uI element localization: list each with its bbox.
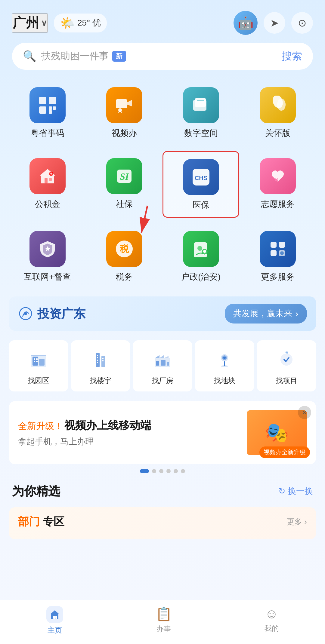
nav-label-profile: 我的 <box>265 624 279 633</box>
search-bar[interactable]: 🔍 扶残助困一件事 新 搜索 <box>12 43 313 70</box>
sub-grid: 找园区 找楼宇 <box>0 336 325 396</box>
location-text: 广州 <box>13 14 39 32</box>
nav-item-tasks[interactable]: 📋 办事 <box>156 606 172 635</box>
sub-icon-find-project <box>274 348 299 372</box>
svg-rect-0 <box>39 97 46 104</box>
svg-rect-4 <box>53 106 56 110</box>
app-icon-more-services <box>260 231 296 267</box>
app-item-video-work[interactable]: 视频办 <box>86 80 162 145</box>
dot-1[interactable] <box>152 469 156 473</box>
sub-item-find-building[interactable]: 找楼宇 <box>71 340 130 391</box>
dot-2[interactable] <box>159 469 163 473</box>
department-section[interactable]: 部门 专区 更多 › <box>9 507 316 539</box>
svg-rect-6 <box>116 99 127 108</box>
promo-close-button[interactable]: × <box>298 406 311 419</box>
department-title: 部门 专区 <box>18 514 64 529</box>
featured-header: 为你精选 ↻ 换一换 <box>0 477 325 502</box>
svg-marker-59 <box>164 356 169 358</box>
weather-badge: 🌤️ 25° 优 <box>54 14 107 32</box>
app-item-digital-space[interactable]: 数字空间 <box>162 80 239 145</box>
app-label-internet-supervise: 互联网+督查 <box>24 271 71 283</box>
promo-banner[interactable]: 全新升级！ 视频办上线移动端 拿起手机，马上办理 🎭 视频办全新升级 × <box>9 401 316 464</box>
app-item-internet-supervise[interactable]: ★ 互联网+督查 <box>9 224 86 289</box>
sub-icon-find-park <box>26 348 51 372</box>
svg-rect-54 <box>102 358 104 359</box>
app-label-care-version: 关怀版 <box>265 127 290 139</box>
promo-subtitle: 拿起手机，马上办理 <box>18 436 247 447</box>
app-item-care-version[interactable]: 关怀版 <box>239 80 316 145</box>
sub-label-find-park: 找园区 <box>28 376 49 385</box>
app-label-medical: 医保 <box>193 199 209 211</box>
app-icon-yue-code <box>29 87 66 123</box>
app-label-volunteer: 志愿服务 <box>261 198 295 210</box>
nav-item-home[interactable]: 主页 <box>46 606 63 635</box>
svg-rect-3 <box>49 106 52 110</box>
svg-rect-43 <box>34 358 35 360</box>
app-icon-volunteer <box>260 158 296 194</box>
promo-image: 🎭 视频办全新升级 <box>247 410 307 455</box>
invest-banner[interactable]: 投资广东 共发展，赢未来 › <box>9 296 316 331</box>
refresh-label: 换一换 <box>288 486 313 497</box>
location-button[interactable]: 广州 ∨ <box>12 14 48 32</box>
promo-upgrade-text: 全新升级！ 视频办上线移动端 <box>18 418 247 433</box>
app-item-medical[interactable]: CHS 医保 <box>162 151 239 218</box>
app-item-housing-fund[interactable]: 公积金 <box>9 151 86 218</box>
svg-text:SI: SI <box>119 171 129 182</box>
dot-4[interactable] <box>174 469 178 473</box>
app-grid-row3: ★ 互联网+督查 税 税务 户政(治安) <box>0 221 325 292</box>
svg-rect-71 <box>55 616 57 619</box>
svg-rect-15 <box>45 178 48 183</box>
svg-rect-42 <box>39 359 45 366</box>
app-item-household[interactable]: 户政(治安) <box>162 224 239 289</box>
app-icon-video-work <box>106 87 142 123</box>
search-text: 扶残助困一件事 新 <box>41 50 277 63</box>
app-item-yue-code[interactable]: 粤省事码 <box>9 80 86 145</box>
invest-cta[interactable]: 共发展，赢未来 › <box>225 304 307 324</box>
app-item-social-security[interactable]: SI 社保 <box>86 151 162 218</box>
search-button[interactable]: 搜索 <box>282 49 302 63</box>
department-more-button[interactable]: 更多 › <box>286 517 307 527</box>
featured-refresh-button[interactable]: ↻ 换一换 <box>278 486 313 497</box>
svg-point-65 <box>223 357 226 359</box>
sub-item-find-land[interactable]: 找地块 <box>195 340 254 391</box>
nav-item-profile[interactable]: ☺ 我的 <box>265 606 279 635</box>
invest-logo-icon <box>18 306 33 321</box>
app-item-volunteer[interactable]: 志愿服务 <box>239 151 316 218</box>
promo-badge: 视频办全新升级 <box>259 446 310 458</box>
sub-icon-find-land <box>212 348 237 372</box>
app-label-household: 户政(治安) <box>181 271 221 283</box>
app-item-tax[interactable]: 税 税务 <box>86 224 162 289</box>
featured-title: 为你精选 <box>12 483 60 499</box>
dot-0[interactable] <box>140 469 149 473</box>
sub-item-find-project[interactable]: 找项目 <box>257 340 316 391</box>
camera-icon-button[interactable]: ⊙ <box>291 12 313 34</box>
svg-rect-51 <box>97 357 98 358</box>
app-label-digital-space: 数字空间 <box>184 127 218 139</box>
svg-point-68 <box>280 354 292 366</box>
location-chevron-icon: ∨ <box>41 18 47 28</box>
app-icon-care-version <box>260 87 296 123</box>
svg-marker-7 <box>127 100 132 106</box>
dot-3[interactable] <box>166 469 171 473</box>
svg-rect-34 <box>279 242 285 248</box>
invest-cta-arrow: › <box>295 308 299 319</box>
svg-rect-62 <box>167 362 169 366</box>
avatar[interactable]: 🤖 <box>234 11 258 35</box>
navigation-icon: ➤ <box>270 17 279 29</box>
app-icon-medical: CHS <box>183 159 219 195</box>
svg-text:税: 税 <box>119 244 129 254</box>
dot-5[interactable] <box>181 469 185 473</box>
navigation-icon-button[interactable]: ➤ <box>264 12 285 34</box>
promo-text: 全新升级！ 视频办上线移动端 拿起手机，马上办理 <box>18 418 247 447</box>
app-item-more-services[interactable]: 更多服务 <box>239 224 316 289</box>
promo-upgrade-label: 全新升级！ <box>18 421 63 431</box>
app-label-social-security: 社保 <box>116 198 133 210</box>
svg-point-39 <box>24 312 27 315</box>
search-icon: 🔍 <box>23 50 36 63</box>
sub-item-find-park[interactable]: 找园区 <box>9 340 68 391</box>
header-right: 🤖 ➤ ⊙ <box>234 11 313 35</box>
svg-rect-16 <box>49 178 52 181</box>
sub-label-find-land: 找地块 <box>214 376 235 385</box>
sub-label-find-factory: 找厂房 <box>152 376 173 385</box>
sub-item-find-factory[interactable]: 找厂房 <box>133 340 192 391</box>
